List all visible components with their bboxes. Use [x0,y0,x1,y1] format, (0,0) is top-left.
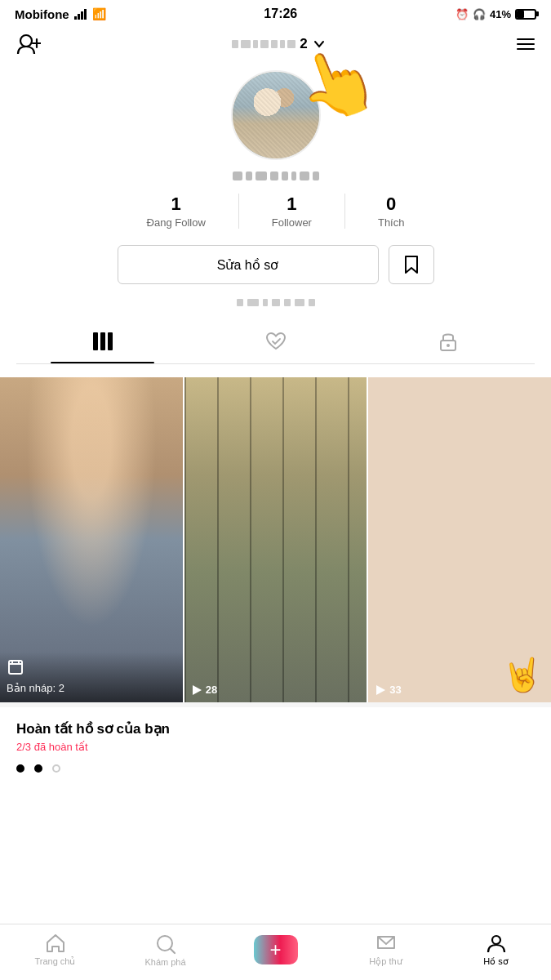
like-count: 0 [386,194,396,215]
video-thumb-3[interactable]: 🤘 33 [368,377,551,702]
nav-home[interactable]: Trang chủ [31,933,80,967]
play-count-2: 28 [191,684,217,696]
step-1 [16,764,24,773]
follower-count: 1 [287,194,296,215]
profile-username [233,172,319,180]
svg-marker-16 [193,685,202,695]
bio-dots [237,299,315,306]
alarm-icon: ⏰ [455,8,469,20]
bookmark-button[interactable] [389,245,434,284]
nav-add[interactable]: + [251,935,300,964]
play-count-3: 33 [375,684,401,696]
tabs-row [16,319,535,364]
add-button[interactable]: + [254,935,298,964]
top-nav: 2 [0,24,551,62]
stats-row: 1 Đang Follow 1 Follower 0 Thích [16,194,535,229]
svg-rect-9 [108,332,113,350]
username-text: 2 [232,36,307,52]
menu-line [517,43,535,45]
private-tab-icon [439,331,457,352]
status-carrier: Mobifone 📶 [15,7,106,21]
nav-inbox[interactable]: Hộp thư [362,933,411,967]
tab-liked[interactable] [189,319,362,363]
username-dots [233,172,319,180]
username-dropdown[interactable]: 2 [232,36,325,52]
nav-profile-label: Hồ sơ [483,956,509,967]
carrier-text: Mobifone [15,7,69,21]
bio-section [237,299,315,306]
play-count-text-3: 33 [389,684,401,696]
videos-tab-icon [92,332,113,350]
avatar-container: 👆 [231,70,321,160]
status-right: ⏰ 🎧 41% [455,8,536,20]
draft-file-icon [7,658,24,676]
tab-private[interactable] [362,319,535,363]
svg-rect-0 [74,16,77,20]
headphone-icon: 🎧 [473,8,486,20]
following-stat[interactable]: 1 Đang Follow [114,194,239,229]
svg-rect-12 [9,661,22,674]
home-icon [45,933,66,954]
avatar-image [233,72,319,158]
status-bar: Mobifone 📶 17:26 ⏰ 🎧 41% [0,0,551,24]
add-user-button[interactable] [16,33,41,56]
svg-rect-2 [81,11,83,20]
nav-explore-label: Khám phá [144,957,185,967]
svg-marker-17 [376,685,385,695]
svg-rect-8 [100,332,105,350]
draft-icon [7,658,176,680]
svg-point-20 [492,936,500,944]
complete-profile-title: Hoàn tất hồ sơ của bạn [16,720,535,737]
step-3 [52,764,60,773]
svg-line-19 [171,949,175,953]
add-user-icon [16,33,41,56]
avatar [231,70,321,160]
nav-profile[interactable]: Hồ sơ [472,933,521,967]
play-icon-3 [375,684,386,696]
avatar-noise [233,72,319,158]
menu-line [517,38,535,40]
like-stat[interactable]: 0 Thích [345,194,438,229]
nav-home-label: Trang chủ [34,956,75,967]
bookmark-icon [402,255,420,274]
step-2 [34,764,42,773]
svg-rect-1 [78,14,80,20]
inbox-icon [375,933,397,954]
bottom-nav: Trang chủ Khám phá + Hộp thư Hồ sơ [0,924,551,980]
complete-profile-steps [16,764,535,773]
battery-fill [517,11,524,18]
chevron-down-icon [313,38,326,51]
edit-profile-button[interactable]: Sửa hồ sơ [118,245,379,284]
video-grid: Bản nháp: 2 28 🤘 33 [0,377,551,702]
complete-profile-subtitle: 2/3 đã hoàn tất [16,741,535,753]
follower-stat[interactable]: 1 Follower [239,194,345,229]
menu-line [517,48,535,50]
video-thumb-draft[interactable]: Bản nháp: 2 [0,377,183,702]
tab-videos[interactable] [16,319,189,363]
draft-overlay: Bản nháp: 2 [0,652,183,702]
follower-label: Follower [272,216,312,229]
video-thumbnail-hand: 🤘 [502,656,543,694]
signal-icon [74,9,87,20]
explore-icon [155,933,176,955]
svg-point-11 [447,344,450,347]
profile-section: 👆 1 Đang Follow 1 Follower 0 Thích [0,62,551,377]
nav-inbox-label: Hộp thư [369,956,402,967]
profile-icon [486,933,507,954]
wifi-icon: 📶 [92,7,106,20]
battery-percent: 41% [490,8,511,20]
following-count: 1 [171,194,181,215]
play-count-text-2: 28 [206,684,217,696]
complete-profile-banner: Hoàn tất hồ sơ của bạn 2/3 đã hoàn tất [0,702,551,786]
menu-button[interactable] [517,38,535,50]
video-thumbnail-door [184,377,367,702]
liked-tab-icon [265,332,287,351]
play-icon-2 [191,684,202,696]
svg-rect-7 [93,332,98,350]
add-icon: + [269,940,281,960]
video-thumb-2[interactable]: 28 [184,377,367,702]
battery-icon [515,9,536,20]
nav-explore[interactable]: Khám phá [141,933,190,967]
draft-label: Bản nháp: 2 [7,682,176,694]
like-label: Thích [378,216,405,229]
